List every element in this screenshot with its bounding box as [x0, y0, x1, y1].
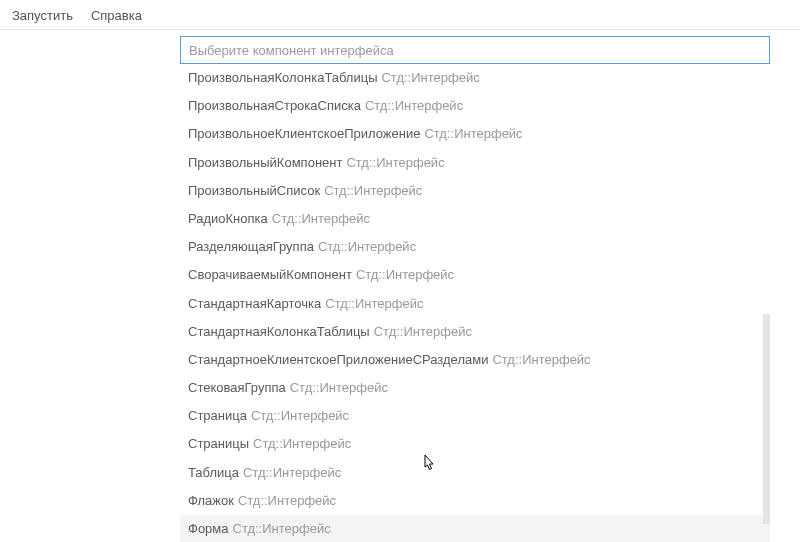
- option-namespace: Стд::Интерфейс: [346, 155, 444, 170]
- option-namespace: Стд::Интерфейс: [356, 267, 454, 282]
- scrollbar-thumb[interactable]: [763, 314, 770, 524]
- option-name: ПроизвольныйСписок: [188, 183, 320, 198]
- option-item[interactable]: СтандартноеКлиентскоеПриложениеСРазделам…: [180, 346, 770, 374]
- option-item[interactable]: ПроизвольноеКлиентскоеПриложениеСтд::Инт…: [180, 120, 770, 148]
- option-name: ПроизвольнаяСтрокаСписка: [188, 98, 361, 113]
- option-namespace: Стд::Интерфейс: [243, 465, 341, 480]
- option-name: Форма: [188, 521, 229, 536]
- option-name: СтандартнаяКолонкаТаблицы: [188, 324, 370, 339]
- option-item[interactable]: ПроизвольныйКомпонентСтд::Интерфейс: [180, 149, 770, 177]
- option-name: РадиоКнопка: [188, 211, 268, 226]
- option-namespace: Стд::Интерфейс: [290, 380, 388, 395]
- option-name: СворачиваемыйКомпонент: [188, 267, 352, 282]
- option-namespace: Стд::Интерфейс: [324, 183, 422, 198]
- component-picker: ПроизвольнаяКолонкаТаблицыСтд::Интерфейс…: [180, 36, 770, 542]
- option-name: Страницы: [188, 436, 249, 451]
- menu-help[interactable]: Справка: [91, 8, 142, 23]
- option-item[interactable]: СворачиваемыйКомпонентСтд::Интерфейс: [180, 261, 770, 289]
- search-input[interactable]: [180, 36, 770, 64]
- option-item[interactable]: СтраницыСтд::Интерфейс: [180, 430, 770, 458]
- menu-run[interactable]: Запустить: [12, 8, 73, 23]
- option-namespace: Стд::Интерфейс: [272, 211, 370, 226]
- option-namespace: Стд::Интерфейс: [238, 493, 336, 508]
- option-namespace: Стд::Интерфейс: [492, 352, 590, 367]
- option-name: СтандартнаяКарточка: [188, 296, 321, 311]
- option-item[interactable]: РадиоКнопкаСтд::Интерфейс: [180, 205, 770, 233]
- option-namespace: Стд::Интерфейс: [233, 521, 331, 536]
- option-name: Таблица: [188, 465, 239, 480]
- menubar: Запустить Справка: [0, 0, 800, 30]
- option-name: Страница: [188, 408, 247, 423]
- option-item[interactable]: ПроизвольнаяСтрокаСпискаСтд::Интерфейс: [180, 92, 770, 120]
- option-namespace: Стд::Интерфейс: [318, 239, 416, 254]
- option-name: ПроизвольныйКомпонент: [188, 155, 342, 170]
- options-listbox[interactable]: ПроизвольнаяКолонкаТаблицыСтд::Интерфейс…: [180, 64, 770, 542]
- content-area: ПроизвольнаяКолонкаТаблицыСтд::Интерфейс…: [0, 30, 800, 540]
- option-namespace: Стд::Интерфейс: [365, 98, 463, 113]
- option-item[interactable]: ФлажокСтд::Интерфейс: [180, 487, 770, 515]
- option-name: СтандартноеКлиентскоеПриложениеСРазделам…: [188, 352, 488, 367]
- option-name: ПроизвольноеКлиентскоеПриложение: [188, 126, 420, 141]
- option-name: Флажок: [188, 493, 234, 508]
- option-item[interactable]: СтраницаСтд::Интерфейс: [180, 402, 770, 430]
- option-namespace: Стд::Интерфейс: [381, 70, 479, 85]
- option-name: РазделяющаяГруппа: [188, 239, 314, 254]
- option-item[interactable]: ТаблицаСтд::Интерфейс: [180, 459, 770, 487]
- option-namespace: Стд::Интерфейс: [424, 126, 522, 141]
- option-name: ПроизвольнаяКолонкаТаблицы: [188, 70, 377, 85]
- option-item[interactable]: ПроизвольныйСписокСтд::Интерфейс: [180, 177, 770, 205]
- option-name: СтековаяГруппа: [188, 380, 286, 395]
- option-item[interactable]: ПроизвольнаяКолонкаТаблицыСтд::Интерфейс: [180, 64, 770, 92]
- option-item[interactable]: РазделяющаяГруппаСтд::Интерфейс: [180, 233, 770, 261]
- option-namespace: Стд::Интерфейс: [253, 436, 351, 451]
- option-item[interactable]: ФормаСтд::Интерфейс: [180, 515, 770, 542]
- option-item[interactable]: СтандартнаяКарточкаСтд::Интерфейс: [180, 290, 770, 318]
- option-namespace: Стд::Интерфейс: [325, 296, 423, 311]
- option-namespace: Стд::Интерфейс: [374, 324, 472, 339]
- option-item[interactable]: СтандартнаяКолонкаТаблицыСтд::Интерфейс: [180, 318, 770, 346]
- option-item[interactable]: СтековаяГруппаСтд::Интерфейс: [180, 374, 770, 402]
- option-namespace: Стд::Интерфейс: [251, 408, 349, 423]
